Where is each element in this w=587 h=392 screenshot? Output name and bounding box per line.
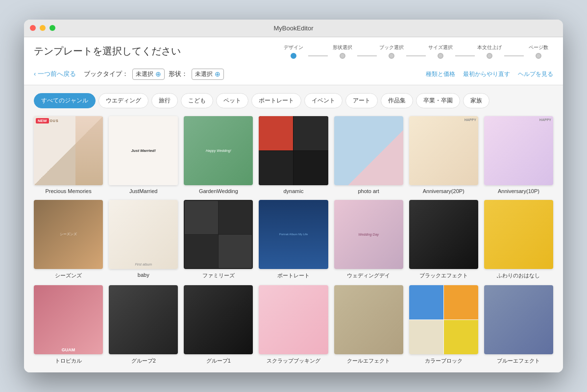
step-label: ページ数 [529,44,548,51]
shape-label: 形状： [169,70,188,78]
template-item-fluffy[interactable]: ふわりのおはなし [484,200,553,279]
template-label: baby [138,272,149,278]
template-thumbnail [334,285,403,354]
genre-btn-こども[interactable]: こども [181,93,213,108]
title-bar: MyBookEditor [24,20,563,37]
step-dot [389,53,394,59]
book-type-arrow: ⊕ [155,70,161,78]
template-item-families[interactable]: ファミリーズ [184,200,253,279]
template-label: グループ2 [131,357,156,365]
template-label: クールエフェクト [347,357,390,365]
template-thumbnail [409,200,478,269]
genre-btn-作品集[interactable]: 作品集 [381,93,413,108]
template-thumbnail: GUAM [34,285,103,354]
template-thumbnail: Portrait Album My Life [259,200,328,269]
template-thumbnail: Happy Wedding! [184,116,253,185]
template-label: ファミリーズ [202,272,235,279]
template-label: Anniversary(20P) [423,188,465,194]
close-button[interactable] [30,25,36,31]
nav-bar: 一つ前へ戻る ブックタイプ： 未選択 ⊕ 形状： 未選択 ⊕ 種類と価格 最初か… [34,65,553,85]
template-item-wedding-day[interactable]: Wedding Day ウェディングデイ [334,200,403,279]
book-type-select[interactable]: 未選択 ⊕ [132,69,165,80]
template-label: カラーブロック [425,357,463,365]
step-connector [308,55,328,56]
nav-right: 種類と価格 最初からやり直す ヘルプを見る [426,70,553,78]
template-grid: NEW PRECIOUS Precious Memories Just Marr… [34,116,553,365]
template-item-dynamic[interactable]: dynamic [259,116,328,194]
template-item-garden-wedding[interactable]: Happy Wedding! GardenWedding [184,116,253,194]
template-label: Precious Memories [46,188,92,194]
step-2: ブック選択 [377,44,406,59]
header-top: テンプレートを選択してください デザイン 形状選択 ブック選択 サイズ選択 本文… [34,44,553,59]
template-item-baby[interactable]: First album baby [109,200,178,279]
template-item-precious-memories[interactable]: NEW PRECIOUS Precious Memories [34,116,103,194]
genre-btn-家族[interactable]: 家族 [463,93,489,108]
template-item-color-block[interactable]: カラーブロック [409,285,478,365]
book-type-label: ブックタイプ： [84,70,128,78]
step-dot [438,53,443,59]
window-title: MyBookEditor [274,24,314,32]
template-item-photo-art[interactable]: photo art [334,116,403,194]
step-connector [455,55,475,56]
types-prices-link[interactable]: 種類と価格 [426,70,455,78]
help-link[interactable]: ヘルプを見る [518,70,553,78]
genre-btn-卒業・卒園[interactable]: 卒業・卒園 [416,93,460,108]
genre-btn-ペット[interactable]: ペット [216,93,248,108]
template-thumbnail [184,200,253,269]
step-3: サイズ選択 [426,44,455,59]
template-label: シーズンズ [55,272,82,279]
template-item-portrait[interactable]: Portrait Album My Life ポートレート [259,200,328,279]
template-thumbnail: First album [109,200,178,269]
template-label: スクラップブッキング [267,357,320,365]
template-label: トロピカル [55,357,82,365]
template-thumbnail [334,116,403,185]
template-thumbnail: HAPPY [484,116,553,185]
template-item-scrapbook[interactable]: スクラップブッキング [259,285,328,365]
content: すべてのジャンルウエディング旅行こどもペットポートレートイベントアート作品集卒業… [24,85,563,372]
template-label: dynamic [284,188,304,194]
genre-btn-ウエディング[interactable]: ウエディング [98,93,148,108]
template-thumbnail [109,285,178,354]
template-label: photo art [358,188,379,194]
template-item-anniversary10[interactable]: HAPPY Anniversary(10P) [484,116,553,194]
template-item-tropical[interactable]: GUAM トロピカル [34,285,103,365]
step-label: 本文仕上げ [477,44,502,51]
template-item-just-married[interactable]: Just Married! JustMarried [109,116,178,194]
template-item-blue-effect[interactable]: ブルーエフェクト [484,285,553,365]
page-title: テンプレートを選択してください [34,45,181,58]
genre-bar: すべてのジャンルウエディング旅行こどもペットポートレートイベントアート作品集卒業… [34,93,553,108]
template-item-group1[interactable]: グループ1 [184,285,253,365]
template-item-seasons[interactable]: シーズンズ シーズンズ [34,200,103,279]
template-label: JustMarried [129,188,157,194]
template-item-cool-effect[interactable]: クールエフェクト [334,285,403,365]
shape-select[interactable]: 未選択 ⊕ [192,69,224,80]
genre-btn-すべてのジャンル[interactable]: すべてのジャンル [34,93,96,108]
template-label: ブラックエフェクト [419,272,468,279]
template-item-black-effect[interactable]: ブラックエフェクト [409,200,478,279]
template-label: ポートレート [277,272,310,279]
reset-link[interactable]: 最初からやり直す [463,70,510,78]
minimize-button[interactable] [40,25,46,31]
shape-arrow: ⊕ [215,70,220,78]
step-4: 本文仕上げ [475,44,504,59]
step-connector [504,55,524,56]
template-thumbnail [259,116,328,185]
step-1: 形状選択 [328,44,357,59]
genre-btn-ポートレート[interactable]: ポートレート [251,93,301,108]
step-label: デザイン [284,44,303,51]
template-thumbnail [184,285,253,354]
template-thumbnail [484,200,553,269]
template-item-anniversary20[interactable]: HAPPY Anniversary(20P) [409,116,478,194]
template-item-group2[interactable]: グループ2 [109,285,178,365]
template-thumbnail: シーズンズ [34,200,103,269]
step-dot [487,53,492,59]
genre-btn-イベント[interactable]: イベント [304,93,342,108]
template-thumbnail: HAPPY [409,116,478,185]
genre-btn-アート[interactable]: アート [345,93,378,108]
back-button[interactable]: 一つ前へ戻る [34,70,76,78]
genre-btn-旅行[interactable]: 旅行 [151,93,178,108]
maximize-button[interactable] [49,25,55,31]
traffic-lights [30,25,55,31]
template-thumbnail: Wedding Day [334,200,403,269]
template-label: Anniversary(10P) [498,188,539,194]
